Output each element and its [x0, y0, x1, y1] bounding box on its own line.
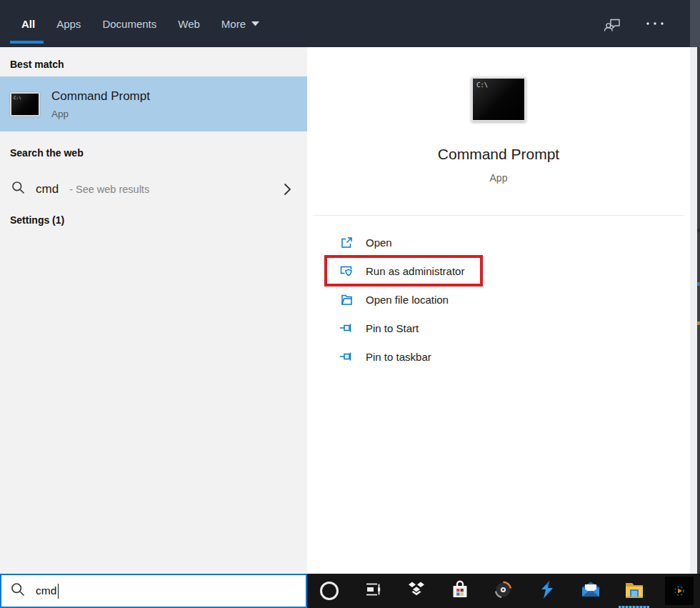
tab-web[interactable]: Web: [178, 0, 200, 47]
search-filter-bar: All Apps Documents Web More: [0, 0, 690, 47]
file-explorer-icon: [624, 581, 644, 601]
chevron-down-icon: [251, 21, 259, 26]
cmd-terminal-icon-large: C:\: [471, 77, 526, 121]
preview-subtitle: App: [307, 172, 690, 184]
best-match-subtitle: App: [51, 109, 150, 119]
tab-all-label: All: [21, 18, 35, 30]
lightning-app-button[interactable]: [525, 574, 569, 608]
filter-tabs: All Apps Documents Web More: [0, 0, 281, 47]
chevron-right-icon[interactable]: [284, 183, 296, 196]
mail-icon: [581, 581, 601, 601]
web-suggestion-item[interactable]: cmd - See web results: [0, 174, 307, 204]
best-match-header: Best match: [0, 47, 307, 76]
tab-documents[interactable]: Documents: [102, 0, 156, 47]
ellipsis-icon[interactable]: [646, 21, 664, 26]
lightning-bolt-icon: [540, 580, 554, 602]
mail-button[interactable]: [569, 574, 612, 608]
dropbox-icon: [407, 581, 426, 601]
topbar-actions: [604, 16, 690, 32]
run-as-admin-shield-icon: [339, 264, 354, 278]
pinned-dark-app-button[interactable]: [662, 574, 696, 608]
windows-search-flyout: All Apps Documents Web More: [0, 0, 700, 608]
divider: [313, 215, 684, 216]
search-web-header: Search the web: [0, 131, 307, 165]
pin-icon: [339, 322, 354, 334]
microsoft-store-button[interactable]: [438, 574, 481, 608]
file-location-icon: [339, 293, 354, 307]
preview-title: Command Prompt: [307, 146, 690, 163]
preview-panel: C:\ Command Prompt App Open: [307, 47, 690, 574]
action-pin-to-start[interactable]: Pin to Start: [307, 314, 690, 342]
dropbox-button[interactable]: [394, 574, 438, 608]
taskbar: [307, 574, 700, 608]
open-icon: [339, 236, 354, 249]
microsoft-store-icon: [451, 580, 469, 602]
action-pin-to-taskbar[interactable]: Pin to taskbar: [307, 342, 690, 371]
pinned-dark-app-icon: [665, 577, 694, 605]
tab-all[interactable]: All: [21, 0, 35, 47]
tab-apps-label: Apps: [56, 18, 81, 30]
taskbar-search-input[interactable]: cmd: [0, 574, 307, 608]
text-cursor: [58, 584, 59, 599]
context-actions: Open Run as administrator: [307, 228, 690, 371]
pin-icon: [339, 350, 354, 363]
action-run-as-administrator[interactable]: Run as administrator: [307, 256, 690, 285]
action-open[interactable]: Open: [307, 228, 690, 256]
cortana-icon: [320, 582, 339, 600]
action-open-file-location-label: Open file location: [366, 294, 449, 306]
action-pin-to-start-label: Pin to Start: [366, 322, 419, 334]
feedback-icon[interactable]: [604, 16, 621, 32]
task-view-icon: [364, 581, 381, 601]
best-match-title: Command Prompt: [51, 89, 150, 104]
action-open-label: Open: [366, 236, 392, 249]
best-match-result[interactable]: C:\ Command Prompt App: [0, 76, 307, 131]
action-open-file-location[interactable]: Open file location: [307, 285, 690, 314]
tab-more-label: More: [221, 18, 246, 30]
search-input-value: cmd: [36, 584, 56, 597]
web-suggestion-query: cmd: [36, 182, 59, 196]
results-panel: Best match C:\ Command Prompt App Search…: [0, 47, 307, 574]
search-icon: [11, 181, 25, 197]
settings-header: Settings (1): [0, 204, 307, 232]
desktop-sliver: [690, 0, 700, 574]
tab-apps[interactable]: Apps: [56, 0, 81, 47]
tab-documents-label: Documents: [102, 18, 156, 30]
action-run-as-administrator-label: Run as administrator: [366, 265, 464, 277]
search-icon: [11, 582, 25, 599]
cortana-button[interactable]: [307, 574, 351, 608]
cmd-prompt-text: C:\: [476, 81, 488, 89]
web-suggestion-suffix: - See web results: [69, 184, 149, 195]
action-pin-to-taskbar-label: Pin to taskbar: [366, 351, 431, 363]
tab-more[interactable]: More: [221, 0, 259, 47]
task-view-button[interactable]: [351, 574, 394, 608]
cmd-prompt-text: C:\: [14, 95, 21, 100]
cmd-terminal-icon: C:\: [10, 92, 40, 116]
media-disc-button[interactable]: [481, 574, 525, 608]
media-disc-icon: [494, 580, 513, 602]
file-explorer-button[interactable]: [612, 574, 656, 608]
tab-web-label: Web: [178, 18, 200, 30]
